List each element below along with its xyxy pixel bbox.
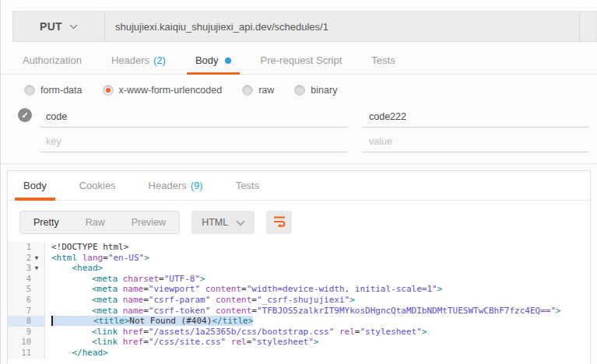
token-plain [210,306,216,316]
view-mode-group: PrettyRawPreview [19,211,180,234]
code-line-content: <meta name="csrf-token" content="TFBJOS5… [45,306,590,317]
request-tab-headers[interactable]: Headers(2) [107,47,170,74]
token-plain: = [143,306,149,316]
token-tag: <head> [72,263,103,273]
word-wrap-button[interactable] [266,211,292,234]
view-pretty-button[interactable]: Pretty [20,212,72,233]
token-attr: content [216,295,251,305]
response-toolbar: PrettyRawPreview HTML [19,211,292,234]
method-label: PUT [40,20,62,33]
fold-spacer [31,242,42,253]
body-mode-form-data[interactable]: form-data [24,85,83,96]
tab-label: Authorization [23,54,82,66]
token-tag: > [144,253,149,263]
tab-label: Headers [111,54,149,66]
line-number: 7 [8,306,31,317]
code-line: 10<link href="/css/site.css" rel="styles… [8,337,590,348]
token-attr: name [123,284,144,294]
body-mode-x-www-form-urlencoded[interactable]: x-www-form-urlencoded [103,85,223,96]
fold-spacer [31,274,42,285]
token-str: "stylesheet" [360,327,421,337]
line-gutter: 8 [8,316,45,327]
url-input[interactable]: shujujiexi.kaiqiu_shujujiexi_api.dev/sch… [105,12,579,41]
line-gutter: 6 [8,295,45,306]
tab-label: Headers [149,180,187,191]
tab-label: Tests [236,180,259,191]
body-mode-binary[interactable]: binary [294,85,337,96]
body-mode-raw[interactable]: raw [242,85,274,96]
response-tab-body[interactable]: Body [19,171,51,200]
view-raw-button[interactable]: Raw [72,212,118,233]
token-plain: = [143,327,149,337]
code-line-content: <html lang="en-US"> [45,253,590,264]
language-dropdown[interactable]: HTML [191,211,255,234]
token-tag: > [556,306,561,316]
line-number: 1 [8,242,31,253]
mode-label: raw [258,85,274,96]
response-tab-tests[interactable]: Tests [232,171,263,200]
tab-label: Cookies [79,180,116,191]
token-str: "stylesheet" [251,337,313,347]
line-number: 6 [8,295,31,306]
token-plain [118,306,123,316]
code-line-content: <meta charset="UTF-8"> [45,274,590,285]
code-line-content: <meta name="viewport" content="width=dev… [45,284,590,295]
request-tab-tests[interactable]: Tests [367,47,399,74]
url-bar-right-section [579,12,596,41]
code-line: 8<title>Not Found (#404)</title> [8,316,590,327]
request-tab-body[interactable]: Body [191,47,235,74]
request-tab-authorization[interactable]: Authorization [19,47,86,74]
token-plain [118,337,123,347]
chevron-down-icon [236,220,244,226]
token-plain [334,327,339,337]
response-tab-headers[interactable]: Headers(9) [145,171,207,200]
param-key-input[interactable]: key [40,131,347,152]
tab-label: Body [23,180,47,191]
fold-spacer [31,327,42,338]
line-gutter: 5 [8,284,45,295]
token-plain [118,295,123,305]
token-str: "viewport" [149,284,200,294]
code-editor[interactable]: 1<!DOCTYPE html>2▼<html lang="en-US">3▼<… [8,242,590,364]
token-attr: charset [123,274,159,284]
token-plain [118,274,123,284]
body-mode-selector: form-datax-www-form-urlencodedrawbinary [24,78,337,103]
tab-label: Pre-request Script [261,54,342,66]
request-tabs: AuthorizationHeaders(2)BodyPre-request S… [1,47,597,75]
radio-icon [242,85,253,96]
param-enabled-checkbox[interactable]: ✓ [18,108,32,122]
token-plain [77,253,83,263]
param-row-empty: key value [1,131,597,154]
token-plain [226,337,231,347]
mode-label: x-www-form-urlencoded [119,85,223,96]
fold-arrow-icon[interactable]: ▼ [31,253,42,264]
request-tab-pre-request-script[interactable]: Pre-request Script [257,47,346,74]
mode-label: binary [311,85,337,96]
line-number: 5 [8,284,31,295]
token-tag: > [349,295,355,305]
token-attr: content [205,284,241,294]
token-tag: <title> [93,316,129,326]
method-dropdown[interactable]: PUT [13,12,105,41]
line-gutter: 2▼ [8,253,45,264]
token-tag: <link [92,337,118,347]
code-line: 5<meta name="viewport" content="width=de… [8,284,590,295]
line-gutter: 1 [8,242,45,253]
token-tag: <link [92,327,118,337]
param-value-input[interactable]: value [363,131,588,152]
token-tag: <meta [92,295,118,305]
line-gutter: 9 [8,327,45,338]
radio-icon [24,85,35,96]
param-key-input[interactable]: code [40,106,347,128]
line-gutter: 3▼ [8,263,45,274]
token-str: "TFBJOS5zalkrIT9MYkosDHgncQtaMDIbNDMtTUE… [257,306,556,316]
param-value-input[interactable]: code222 [363,106,588,128]
tab-label: Tests [371,54,395,66]
section-divider [1,163,597,164]
token-plain: = [159,274,164,284]
code-line-content: <meta name="csrf-param" content="_csrf-s… [45,295,590,306]
view-preview-button[interactable]: Preview [118,212,179,233]
response-tab-cookies[interactable]: Cookies [76,171,120,200]
fold-arrow-icon[interactable]: ▼ [31,263,42,274]
line-gutter: 10 [8,337,45,348]
